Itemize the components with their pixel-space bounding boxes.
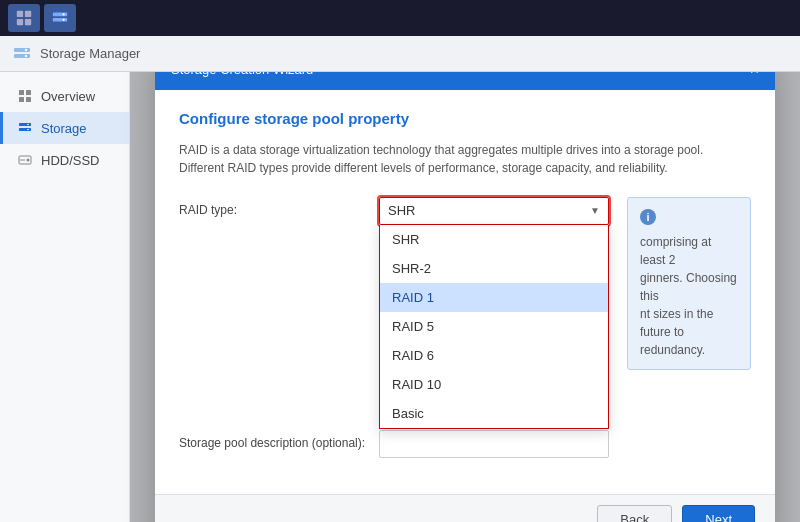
svg-rect-15 bbox=[26, 97, 31, 102]
app-body: Overview Storage bbox=[0, 72, 800, 522]
sidebar: Overview Storage bbox=[0, 72, 130, 522]
info-icon: i bbox=[640, 209, 656, 225]
svg-rect-5 bbox=[53, 18, 67, 22]
raid-selected-value: SHR bbox=[388, 203, 415, 218]
grid-app-icon[interactable] bbox=[8, 4, 40, 32]
svg-rect-1 bbox=[25, 11, 31, 17]
pool-description-control bbox=[379, 430, 751, 458]
modal-footer: Back Next bbox=[155, 494, 775, 523]
modal-description: RAID is a data storage virtualization te… bbox=[179, 141, 751, 177]
svg-point-11 bbox=[25, 54, 27, 56]
desktop: Storage Manager Overview bbox=[0, 36, 800, 522]
svg-rect-4 bbox=[53, 13, 67, 17]
svg-rect-8 bbox=[14, 48, 30, 52]
svg-rect-0 bbox=[17, 11, 23, 17]
pool-description-label: Storage pool description (optional): bbox=[179, 430, 379, 450]
overview-icon bbox=[17, 88, 33, 104]
raid-option-raid6[interactable]: RAID 6 bbox=[380, 341, 608, 370]
app-header: Storage Manager bbox=[0, 36, 800, 72]
pool-description-row: Storage pool description (optional): bbox=[179, 430, 751, 458]
modal-overlay: Storage Creation Wizard × Configure stor… bbox=[130, 72, 800, 522]
sidebar-item-hdd-ssd[interactable]: HDD/SSD bbox=[0, 144, 129, 176]
modal-body: Configure storage pool property RAID is … bbox=[155, 90, 775, 494]
raid-option-shr2[interactable]: SHR-2 bbox=[380, 254, 608, 283]
sidebar-item-overview[interactable]: Overview bbox=[0, 80, 129, 112]
svg-rect-3 bbox=[25, 19, 31, 25]
raid-type-label: RAID type: bbox=[179, 197, 379, 217]
svg-rect-16 bbox=[19, 123, 31, 126]
pool-description-input[interactable] bbox=[379, 430, 609, 458]
svg-rect-12 bbox=[19, 90, 24, 95]
storage-label: Storage bbox=[41, 121, 87, 136]
svg-point-21 bbox=[27, 159, 30, 162]
svg-point-19 bbox=[27, 129, 29, 131]
modal-title: Storage Creation Wizard bbox=[171, 72, 313, 77]
modal-subtitle: Configure storage pool property bbox=[179, 110, 751, 127]
main-content: Storage Creation Wizard × Configure stor… bbox=[130, 72, 800, 522]
back-button[interactable]: Back bbox=[597, 505, 672, 523]
storage-icon bbox=[17, 120, 33, 136]
dropdown-arrow-icon: ▼ bbox=[590, 205, 600, 216]
raid-info-box: i comprising at least 2 ginners. Choosin… bbox=[627, 197, 751, 370]
svg-rect-17 bbox=[19, 128, 31, 131]
raid-type-row: RAID type: SHR ▼ bbox=[179, 197, 751, 370]
hdd-ssd-label: HDD/SSD bbox=[41, 153, 100, 168]
modal-header: Storage Creation Wizard × bbox=[155, 72, 775, 90]
overview-label: Overview bbox=[41, 89, 95, 104]
raid-form-control: SHR ▼ SHR SHR-2 RAID 1 RAID bbox=[379, 197, 609, 225]
app-title: Storage Manager bbox=[40, 46, 140, 61]
raid-option-raid5[interactable]: RAID 5 bbox=[380, 312, 608, 341]
svg-rect-14 bbox=[19, 97, 24, 102]
raid-dropdown-menu: SHR SHR-2 RAID 1 RAID 5 RAID 6 RAID 10 B… bbox=[379, 225, 609, 429]
modal-close-button[interactable]: × bbox=[750, 72, 759, 78]
svg-point-10 bbox=[25, 48, 27, 50]
raid-option-raid1[interactable]: RAID 1 bbox=[380, 283, 608, 312]
raid-type-dropdown[interactable]: SHR ▼ bbox=[379, 197, 609, 225]
svg-rect-13 bbox=[26, 90, 31, 95]
info-text: comprising at least 2 ginners. Choosing … bbox=[640, 233, 738, 359]
app-window: Storage Manager Overview bbox=[0, 36, 800, 522]
hdd-ssd-icon bbox=[17, 152, 33, 168]
raid-option-basic[interactable]: Basic bbox=[380, 399, 608, 428]
storage-manager-app-icon bbox=[12, 44, 32, 64]
svg-point-6 bbox=[63, 13, 65, 15]
sidebar-item-storage[interactable]: Storage bbox=[0, 112, 129, 144]
storage-wizard-modal: Storage Creation Wizard × Configure stor… bbox=[155, 72, 775, 522]
svg-rect-9 bbox=[14, 54, 30, 58]
svg-point-18 bbox=[27, 124, 29, 126]
storage-manager-taskbar-icon[interactable] bbox=[44, 4, 76, 32]
next-button[interactable]: Next bbox=[682, 505, 755, 523]
taskbar bbox=[0, 0, 800, 36]
raid-dropdown-container: SHR ▼ SHR SHR-2 RAID 1 RAID bbox=[379, 197, 609, 225]
raid-option-raid10[interactable]: RAID 10 bbox=[380, 370, 608, 399]
svg-point-7 bbox=[63, 19, 65, 21]
raid-option-shr[interactable]: SHR bbox=[380, 225, 608, 254]
svg-rect-2 bbox=[17, 19, 23, 25]
